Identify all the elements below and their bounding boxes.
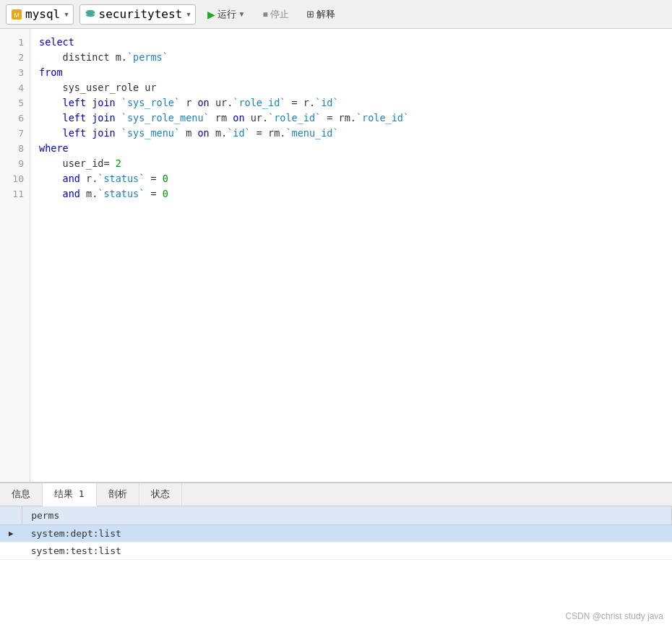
code-line-5: left join `sys_role` r on ur.`role_id` =… (39, 95, 663, 111)
code-line-9: user_id= 2 (39, 156, 663, 171)
stop-icon: ■ (263, 9, 268, 20)
svg-text:M: M (14, 12, 20, 19)
line-number-10: 10 (0, 171, 30, 186)
row-arrow-0: ▶ (0, 525, 22, 542)
toolbar: M mysql ▼ securitytest ▼ ▶ 运行 ▼ ■ 停止 ⊞ 解… (0, 0, 672, 29)
line-number-5: 5 (0, 95, 30, 111)
tab-状态[interactable]: 状态 (139, 483, 182, 506)
db-icon (85, 9, 96, 20)
bottom-panel: 信息结果 1剖析状态 perms ▶system:dept:listsystem… (0, 483, 672, 627)
code-line-2: distinct m.`perms` (39, 50, 663, 65)
line-number-8: 8 (0, 141, 30, 156)
perms-column-header: perms (22, 506, 672, 525)
result-area: perms ▶system:dept:listsystem:test:list (0, 506, 672, 560)
row-value-1: system:test:list (22, 542, 672, 560)
explain-label: 解释 (316, 8, 335, 21)
run-label: 运行 (217, 8, 236, 21)
line-number-3: 3 (0, 65, 30, 80)
result-row-0[interactable]: ▶system:dept:list (0, 525, 672, 542)
tab-信息[interactable]: 信息 (0, 483, 43, 506)
watermark: CSDN @christ study java (565, 611, 663, 621)
code-area[interactable]: select distinct m.`perms`from sys_user_r… (30, 29, 672, 482)
line-number-4: 4 (0, 80, 30, 95)
line-numbers: 1234567891011 (0, 29, 30, 482)
code-line-7: left join `sys_menu` m on m.`id` = rm.`m… (39, 126, 663, 141)
code-line-11: and m.`status` = 0 (39, 186, 663, 202)
run-dropdown-icon: ▼ (238, 10, 246, 18)
line-number-6: 6 (0, 111, 30, 126)
tabs-bar: 信息结果 1剖析状态 (0, 483, 672, 506)
stop-button[interactable]: ■ 停止 (257, 4, 295, 25)
line-number-9: 9 (0, 156, 30, 171)
explain-button[interactable]: ⊞ 解释 (301, 4, 341, 25)
explain-icon: ⊞ (306, 9, 314, 20)
securitytest-dropdown-arrow: ▼ (186, 11, 190, 18)
line-number-2: 2 (0, 50, 30, 65)
securitytest-db-selector[interactable]: securitytest ▼ (79, 4, 196, 25)
line-number-7: 7 (0, 126, 30, 141)
tab-结果-1[interactable]: 结果 1 (43, 483, 97, 506)
code-line-1: select (39, 35, 663, 50)
code-line-3: from (39, 65, 663, 80)
editor-container: 1234567891011 select distinct m.`perms`f… (0, 29, 672, 483)
mysql-db-selector[interactable]: M mysql ▼ (6, 4, 74, 25)
code-line-8: where (39, 141, 663, 156)
line-number-1: 1 (0, 35, 30, 50)
securitytest-db-label: securitytest (99, 7, 183, 21)
run-button[interactable]: ▶ 运行 ▼ (202, 4, 251, 25)
line-number-11: 11 (0, 186, 30, 202)
stop-label: 停止 (270, 8, 289, 21)
row-indicator-header (0, 506, 22, 525)
row-value-0: system:dept:list (22, 525, 672, 542)
result-table: perms ▶system:dept:listsystem:test:list (0, 506, 672, 560)
code-line-4: sys_user_role ur (39, 80, 663, 95)
mysql-icon: M (11, 9, 22, 20)
row-arrow-1 (0, 542, 22, 560)
code-line-6: left join `sys_role_menu` rm on ur.`role… (39, 111, 663, 126)
mysql-db-label: mysql (25, 7, 60, 21)
mysql-dropdown-arrow: ▼ (64, 11, 68, 18)
tab-剖析[interactable]: 剖析 (97, 483, 139, 506)
play-icon: ▶ (207, 9, 215, 20)
result-row-1[interactable]: system:test:list (0, 542, 672, 560)
code-line-10: and r.`status` = 0 (39, 171, 663, 186)
result-tbody: ▶system:dept:listsystem:test:list (0, 525, 672, 560)
